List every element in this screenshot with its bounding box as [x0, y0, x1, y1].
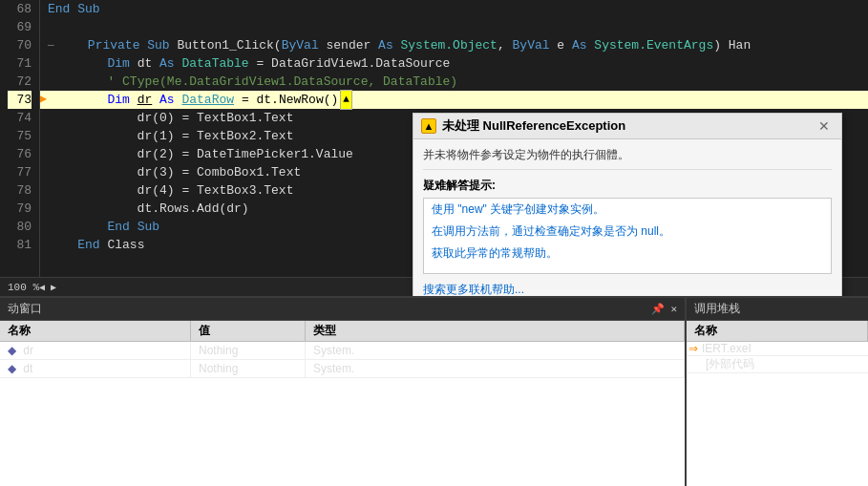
suggestions-list[interactable]: 使用 "new" 关键字创建对象实例。 在调用方法前，通过检查确定对象是否为 n… [423, 198, 832, 274]
cell-type: System. [306, 342, 685, 359]
code-line: Dim dt As DataTable = DataGridView1.Data… [40, 54, 868, 73]
callstack-panel-title: 调用堆栈 [694, 301, 740, 317]
error-description: 并未将物件参考设定为物件的执行個體。 [423, 147, 832, 170]
suggestion-item[interactable]: 使用 "new" 关键字创建对象实例。 [424, 199, 831, 221]
titlebar-icons: 📌 ✕ [651, 303, 677, 315]
scroll-left-icon[interactable]: ◀ [39, 282, 45, 293]
callstack-table-body: ⇒ IERT.exeI [外部代码 [687, 342, 868, 486]
code-line [40, 18, 868, 36]
variable-icon: ◆ [8, 362, 16, 375]
horizontal-scrollbar[interactable]: ◀ ▶ [39, 282, 56, 293]
table-row: ◆ dt Nothing System. [0, 360, 685, 378]
error-close-button[interactable]: ✕ [815, 118, 834, 134]
locals-panel: 动窗口 📌 ✕ 名称 值 类型 ◆ dr Nothing System. [0, 298, 687, 486]
cell-name: ◆ dt [0, 360, 191, 377]
pin-icon[interactable]: 📌 [651, 303, 665, 315]
current-frame-arrow: ⇒ [688, 342, 698, 355]
callstack-row: ⇒ IERT.exeI [687, 342, 868, 356]
code-editor[interactable]: 68 69 70 71 72 73 74 75 76 77 78 79 80 8… [0, 0, 868, 296]
bottom-panels: 动窗口 📌 ✕ 名称 值 类型 ◆ dr Nothing System. [0, 296, 868, 486]
table-row: ◆ dr Nothing System. [0, 342, 685, 360]
col-header-type: 类型 [306, 321, 685, 341]
col-header-value: 值 [191, 321, 306, 341]
cell-type: System. [306, 360, 685, 377]
callstack-table-header: 名称 [687, 321, 868, 342]
locals-table-body: ◆ dr Nothing System. ◆ dt Nothing System… [0, 342, 685, 486]
warning-icon: ▲ [421, 118, 436, 134]
zoom-level: 100 % [8, 282, 39, 293]
suggestion-item[interactable]: 在调用方法前，通过检查确定对象是否为 null。 [424, 221, 831, 243]
callstack-panel: 调用堆栈 名称 ⇒ IERT.exeI [外部代码 [687, 298, 868, 486]
code-line: End Sub [40, 0, 868, 18]
more-help-link[interactable]: 搜索更多联机帮助... [423, 282, 832, 296]
code-line: ' CType(Me.DataGridView1.DataSource, Dat… [40, 73, 868, 91]
variable-icon: ◆ [8, 344, 16, 357]
error-popup-header: ▲ 未处理 NullReferenceException ✕ [413, 114, 841, 139]
locals-table-header: 名称 值 类型 [0, 321, 685, 342]
line-numbers: 68 69 70 71 72 73 74 75 76 77 78 79 80 8… [0, 0, 40, 296]
cell-value: Nothing [191, 342, 306, 359]
cell-name: ◆ dr [0, 342, 191, 359]
error-popup-body: 并未将物件参考设定为物件的执行個體。 疑难解答提示: 使用 "new" 关键字创… [413, 139, 841, 296]
scroll-right-icon[interactable]: ▶ [51, 282, 56, 293]
error-popup: ▲ 未处理 NullReferenceException ✕ 并未将物件参考设定… [413, 113, 842, 296]
error-title-area: ▲ 未处理 NullReferenceException [421, 117, 625, 135]
callstack-row: [外部代码 [687, 356, 868, 373]
col-header-name: 名称 [0, 321, 191, 341]
code-line: — Private Sub Button1_Click( ByVal sende… [40, 36, 868, 54]
code-line-highlighted: ▶ Dim dr As DataRow = dt.NewRow() ▲ [40, 91, 868, 109]
error-title: 未处理 NullReferenceException [442, 117, 625, 135]
cell-value: Nothing [191, 360, 306, 377]
callstack-titlebar: 调用堆栈 [687, 298, 868, 321]
col-header-name: 名称 [687, 321, 868, 341]
suggestion-item[interactable]: 获取此异常的常规帮助。 [424, 243, 831, 264]
close-panel-icon[interactable]: ✕ [670, 303, 677, 315]
suggestions-title: 疑难解答提示: [423, 178, 832, 194]
locals-titlebar: 动窗口 📌 ✕ [0, 298, 685, 321]
locals-panel-title: 动窗口 [8, 301, 42, 317]
